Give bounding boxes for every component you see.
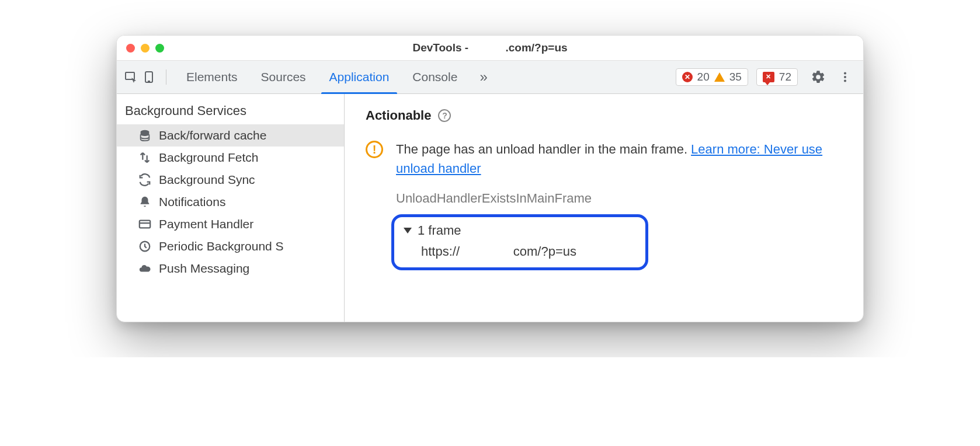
svg-point-3 <box>844 72 846 75</box>
reason-name: UnloadHandlerExistsInMainFrame <box>396 191 842 206</box>
database-icon <box>138 128 152 142</box>
frame-url[interactable]: https:// com/?p=us <box>404 238 631 259</box>
sync-icon <box>138 173 152 187</box>
svg-rect-0 <box>126 72 134 79</box>
kebab-menu-button[interactable] <box>836 68 854 86</box>
sidebar-label: Back/forward cache <box>159 128 266 142</box>
issues-badge[interactable]: 72 <box>756 68 798 86</box>
frame-url-prefix: https:// <box>421 244 460 259</box>
main-panel: Actionable ? ! The page has an unload ha… <box>345 94 863 322</box>
error-icon: ✕ <box>682 72 693 82</box>
frame-count: 1 frame <box>418 223 461 238</box>
frame-tree-highlight: 1 frame https:// com/?p=us <box>391 214 648 270</box>
warning-body: The page has an unload handler in the ma… <box>396 142 691 156</box>
sidebar: Background Services Back/forward cache <box>117 94 345 322</box>
frame-tree-toggle[interactable]: 1 frame <box>404 223 631 238</box>
issue-icon <box>763 72 774 82</box>
svg-rect-7 <box>140 221 150 228</box>
svg-point-4 <box>844 76 846 78</box>
sidebar-label: Background Fetch <box>159 151 258 165</box>
title-url: .com/?p=us <box>505 41 567 54</box>
cloud-icon <box>138 262 152 276</box>
warning-icon <box>714 72 725 82</box>
toolbar: Elements Sources Application Console » ✕… <box>117 60 863 94</box>
errors-count: 20 <box>697 71 710 83</box>
tab-sources[interactable]: Sources <box>249 61 318 93</box>
sidebar-label: Background Sync <box>159 173 255 187</box>
warning-message: ! The page has an unload handler in the … <box>366 140 842 178</box>
window-title: DevTools - .com/?p=us <box>412 41 567 54</box>
sidebar-item-notifications[interactable]: Notifications <box>117 191 344 213</box>
more-tabs-button[interactable]: » <box>471 69 495 85</box>
transfer-icon <box>138 151 152 165</box>
card-icon <box>138 217 152 231</box>
bell-icon <box>138 195 152 209</box>
warning-text: The page has an unload handler in the ma… <box>396 140 842 178</box>
titlebar: DevTools - .com/?p=us <box>117 36 863 60</box>
tab-elements[interactable]: Elements <box>175 61 249 93</box>
content-area: Background Services Back/forward cache <box>117 94 863 322</box>
disclosure-triangle-icon <box>404 228 412 234</box>
devtools-window: DevTools - .com/?p=us Elements Sources A… <box>116 35 864 322</box>
sidebar-item-background-fetch[interactable]: Background Fetch <box>117 147 344 169</box>
maximize-window-button[interactable] <box>155 44 164 53</box>
sidebar-label: Push Messaging <box>159 262 249 276</box>
sidebar-label: Periodic Background S <box>159 239 284 253</box>
settings-button[interactable] <box>809 68 827 86</box>
console-counts-badge[interactable]: ✕ 20 35 <box>676 68 748 86</box>
toolbar-divider <box>166 69 166 85</box>
panel-tabs: Elements Sources Application Console <box>175 61 469 93</box>
device-toggle-icon[interactable] <box>141 69 158 85</box>
sidebar-item-periodic-sync[interactable]: Periodic Background S <box>117 235 344 257</box>
clock-icon <box>138 239 152 253</box>
minimize-window-button[interactable] <box>141 44 150 53</box>
traffic-lights <box>126 44 164 53</box>
issues-count: 72 <box>779 71 791 83</box>
title-prefix: DevTools - <box>412 41 468 54</box>
warnings-count: 35 <box>729 71 742 83</box>
help-icon[interactable]: ? <box>438 109 451 122</box>
sidebar-label: Payment Handler <box>159 217 253 231</box>
sidebar-item-bfcache[interactable]: Back/forward cache <box>117 124 344 147</box>
section-title-text: Actionable <box>366 108 431 123</box>
sidebar-item-payment-handler[interactable]: Payment Handler <box>117 213 344 235</box>
sidebar-item-push-messaging[interactable]: Push Messaging <box>117 257 344 280</box>
close-window-button[interactable] <box>126 44 135 53</box>
sidebar-section-title: Background Services <box>117 99 344 124</box>
tab-application[interactable]: Application <box>318 61 401 93</box>
sidebar-label: Notifications <box>159 195 225 209</box>
section-title: Actionable ? <box>366 108 842 123</box>
tab-console[interactable]: Console <box>401 61 469 93</box>
inspect-element-icon[interactable] <box>123 69 139 85</box>
warning-circle-icon: ! <box>366 141 383 158</box>
frame-url-suffix: com/?p=us <box>513 244 576 259</box>
sidebar-item-background-sync[interactable]: Background Sync <box>117 169 344 191</box>
svg-point-5 <box>844 79 846 82</box>
